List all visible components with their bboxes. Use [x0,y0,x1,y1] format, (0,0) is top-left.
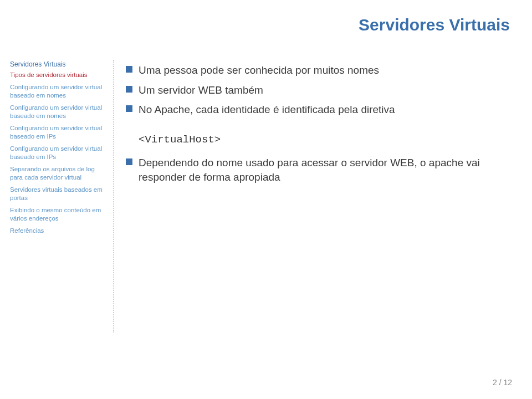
bullet-list-bottom: Dependendo do nome usado para acessar o … [124,156,512,184]
toc-item[interactable]: Configurando um servidor virtual baseado… [10,83,105,100]
toc-item[interactable]: Configurando um servidor virtual baseado… [10,145,105,162]
page-total: 12 [503,378,512,387]
toc-item[interactable]: Configurando um servidor virtual baseado… [10,104,105,121]
bullet-list-top: Uma pessoa pode ser conhecida por muitos… [124,63,512,117]
bullet-item: Dependendo do nome usado para acessar o … [124,156,512,184]
page-counter: 2 / 12 [493,378,512,387]
slide: Servidores Virtuais Servidores Virtuais … [0,0,532,399]
toc-sidebar: Servidores Virtuais Tipos de servidores … [10,60,105,238]
toc-item[interactable]: Separando os arquivos de log para cada s… [10,165,105,182]
toc-section-head: Servidores Virtuais [10,60,105,69]
toc-item-current[interactable]: Tipos de servidores virtuais [10,71,105,80]
bullet-item: Uma pessoa pode ser conhecida por muitos… [124,63,512,78]
page-title: Servidores Virtuais [359,16,510,34]
toc-item[interactable]: Referências [10,227,105,236]
page-current: 2 [493,378,497,387]
toc-item[interactable]: Configurando um servidor virtual baseado… [10,124,105,141]
vertical-divider [113,60,114,332]
slide-body: Uma pessoa pode ser conhecida por muitos… [124,63,512,190]
page-sep: / [497,378,504,387]
code-snippet: <VirtualHost> [139,134,512,146]
bullet-item: No Apache, cada identidade é identificad… [124,103,512,117]
toc-item[interactable]: Exibindo o mesmo conteúdo em vários ende… [10,206,105,223]
bullet-item: Um servidor WEB também [124,83,512,98]
toc-item[interactable]: Servidores virtuais baseados em portas [10,186,105,203]
